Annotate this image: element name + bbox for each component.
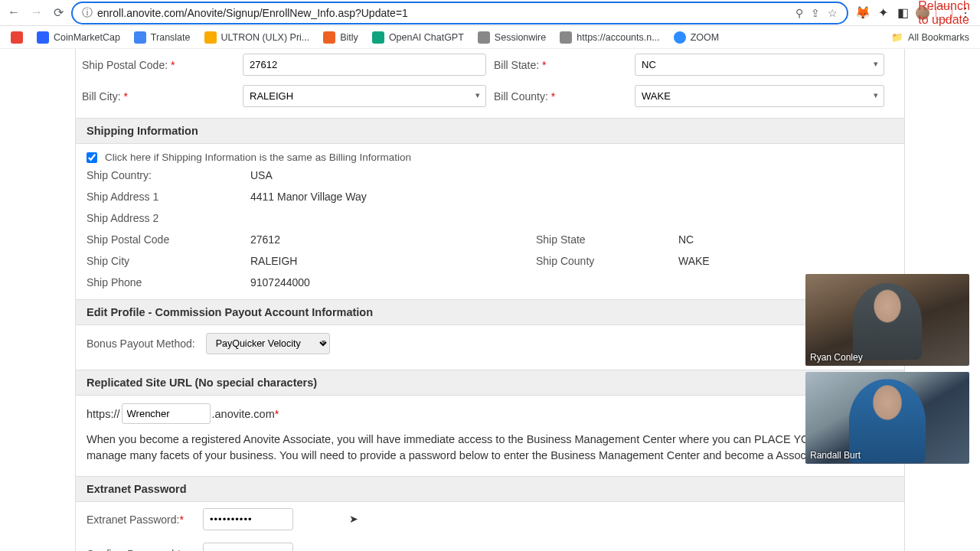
ship-county-label: Ship County — [536, 255, 678, 267]
video-participant-2[interactable]: Randall Burt — [805, 372, 969, 464]
ship-postal-value: 27612 — [250, 233, 280, 246]
sidepanel-icon[interactable]: ◧ — [896, 6, 910, 20]
bill-state-select[interactable]: NC — [635, 54, 884, 76]
ship-postal-input[interactable] — [243, 54, 486, 76]
ship-addr1-label: Ship Address 1 — [87, 191, 250, 203]
cursor-icon: ➤ — [349, 513, 358, 525]
ext-fox-icon[interactable]: 🦊 — [856, 6, 870, 20]
ship-country-value: USA — [250, 169, 273, 181]
nav-buttons: ← → ⟳ — [8, 5, 64, 20]
bookmark-star-icon[interactable]: ☆ — [828, 7, 838, 19]
shipping-header: Shipping Information — [76, 118, 904, 144]
bookmark-translate[interactable]: Translate — [134, 31, 191, 44]
pw-label: Extranet Password:* — [87, 514, 198, 526]
replicated-desc: When you become a registered Anovite Ass… — [76, 432, 904, 476]
shipping-block: Click here if Shipping Information is th… — [76, 144, 904, 299]
bookmark-coinmarketcap[interactable]: CoinMarketCap — [37, 31, 120, 44]
confirm-label: Confirm Password:* — [87, 548, 198, 551]
url-text: enroll.anovite.com/Anovite/Signup/Enroll… — [97, 7, 408, 19]
ship-state-label: Ship State — [536, 233, 678, 246]
bill-county-select[interactable]: WAKE — [635, 85, 884, 107]
ship-postal-label-ro: Ship Postal Code — [87, 233, 250, 246]
url-prefix: https:// — [87, 408, 120, 420]
bookmark-ultron[interactable]: ULTRON (ULX) Pri... — [204, 31, 310, 44]
extension-icons: 🦊 ✦ ◧ Relaunch to update ⋮ — [856, 6, 972, 20]
site-url-input[interactable] — [122, 403, 211, 424]
bookmark-chatgpt[interactable]: OpenAI ChatGPT — [372, 31, 464, 44]
enrollment-form: Ship Postal Code: * Bill State: * NC Bil… — [75, 49, 905, 551]
forward-icon[interactable]: → — [31, 5, 43, 20]
bill-county-label: Bill County: * — [494, 90, 635, 103]
video-participant-1[interactable]: Ryan Conley — [805, 274, 969, 366]
relaunch-button[interactable]: Relaunch to update — [936, 6, 952, 20]
payout-header: Edit Profile - Commission Payout Account… — [76, 299, 904, 325]
row-postal-state: Ship Postal Code: * Bill State: * NC — [76, 49, 904, 80]
bookmark-sessionwire[interactable]: Sessionwire — [478, 31, 546, 44]
bookmarks-bar: CoinMarketCap Translate ULTRON (ULX) Pri… — [0, 26, 980, 49]
url-suffix: .anovite.com — [212, 408, 275, 420]
video-name-1: Ryan Conley — [810, 352, 863, 363]
confirm-password-input[interactable] — [203, 543, 293, 551]
back-icon[interactable]: ← — [8, 5, 20, 20]
ship-phone-label: Ship Phone — [87, 276, 250, 289]
folder-icon: 📁 — [891, 31, 903, 43]
bill-city-select[interactable]: RALEIGH — [243, 85, 486, 107]
share-icon[interactable]: ⇪ — [811, 7, 820, 19]
ship-addr2-label: Ship Address 2 — [87, 212, 250, 224]
pw-row: Extranet Password:* — [76, 502, 904, 536]
ship-phone-value: 9107244000 — [250, 276, 310, 289]
payout-select[interactable]: PayQuicker Velocity — [206, 333, 330, 354]
address-bar[interactable]: ⓘ enroll.anovite.com/Anovite/Signup/Enro… — [71, 2, 848, 24]
bookmark-zoom[interactable]: ZOOM — [674, 31, 720, 44]
ship-city-label: Ship City — [87, 255, 250, 267]
payout-label: Bonus Payout Method: — [87, 337, 195, 350]
person-silhouette-1 — [853, 283, 922, 360]
addr-actions: ⚲ ⇪ ☆ — [795, 7, 838, 19]
confirm-row: Confirm Password:* — [76, 536, 904, 551]
password-input[interactable] — [203, 508, 293, 530]
video-name-2: Randall Burt — [810, 450, 861, 461]
reload-icon[interactable]: ⟳ — [54, 5, 64, 20]
ship-county-value: WAKE — [678, 255, 710, 267]
bookmark-bitly[interactable]: Bitly — [323, 31, 358, 44]
extranet-header: Extranet Password — [76, 476, 904, 502]
replicated-url-row: https:// .anovite.com* — [76, 396, 904, 432]
ship-postal-label: Ship Postal Code: * — [82, 59, 243, 71]
password-key-icon[interactable]: ⚲ — [795, 7, 803, 19]
ship-state-value: NC — [678, 233, 694, 246]
replicated-header: Replicated Site URL (No special characte… — [76, 370, 904, 396]
same-as-billing-label: Click here if Shipping Information is th… — [105, 152, 411, 163]
browser-toolbar: ← → ⟳ ⓘ enroll.anovite.com/Anovite/Signu… — [0, 0, 980, 26]
bookmark-accounts[interactable]: https://accounts.n... — [560, 31, 659, 44]
row-city-county: Bill City: * RALEIGH Bill County: * WAKE — [76, 80, 904, 118]
bill-city-label: Bill City: * — [82, 90, 243, 103]
site-info-icon[interactable]: ⓘ — [82, 6, 93, 20]
all-bookmarks[interactable]: 📁All Bookmarks — [891, 31, 969, 43]
menu-icon[interactable]: ⋮ — [959, 6, 972, 20]
bill-state-label: Bill State: * — [494, 59, 635, 71]
extensions-icon[interactable]: ✦ — [876, 6, 890, 20]
ship-city-value: RALEIGH — [250, 255, 297, 267]
same-as-billing-checkbox[interactable] — [87, 152, 97, 163]
bookmark-gmail[interactable] — [11, 31, 23, 44]
ship-addr1-value: 4411 Manor Village Way — [250, 191, 367, 203]
ship-country-label: Ship Country: — [87, 169, 250, 181]
payout-row: Bonus Payout Method: PayQuicker Velocity — [76, 325, 904, 370]
